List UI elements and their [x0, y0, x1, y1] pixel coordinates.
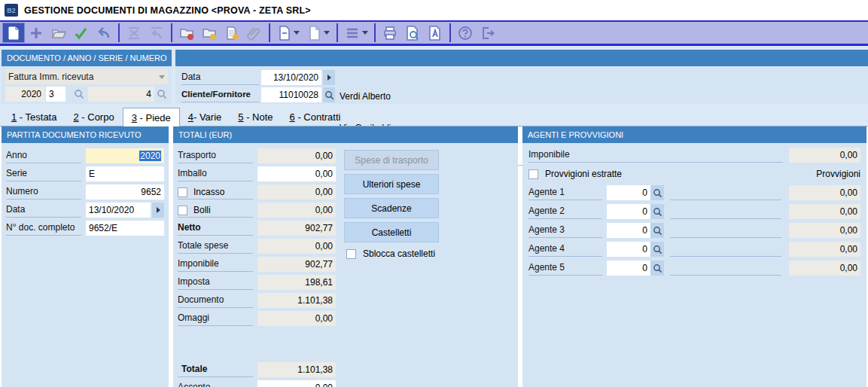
trasporto-field[interactable]: 0,00: [257, 148, 336, 163]
exit-button[interactable]: [477, 23, 499, 43]
sblocca-castelletti-label: Sblocca castelletti: [363, 248, 435, 259]
folder-yellow-dot-icon: [201, 25, 218, 41]
sblocca-castelletti-checkbox[interactable]: [346, 249, 356, 259]
serie-search-icon[interactable]: [74, 89, 84, 99]
castelletti-button[interactable]: Castelletti: [344, 222, 439, 242]
arrow-right-icon: [327, 75, 331, 81]
open-button[interactable]: [47, 23, 70, 43]
arrow-right-icon: [157, 207, 160, 213]
delete-x-icon: [126, 25, 142, 41]
omaggi-field: 0,00: [257, 311, 336, 326]
data-field[interactable]: 13/10/2020: [261, 70, 321, 85]
data-calendar-button[interactable]: [152, 203, 164, 218]
agente-2-name-field[interactable]: [670, 205, 781, 219]
doc-anno-field[interactable]: 2020: [5, 87, 44, 102]
window-titlebar: B2 GESTIONE DOCUMENTI DI MAGAZZINO <PROV…: [0, 0, 868, 20]
doc-serie-field[interactable]: 3: [46, 87, 65, 102]
ulteriori-spese-button[interactable]: Ulteriori spese: [344, 174, 439, 194]
agente-3-name-field[interactable]: [670, 224, 781, 238]
agente-3-code-field[interactable]: 0: [607, 223, 650, 238]
data-field[interactable]: 13/10/2020: [86, 203, 151, 218]
ndoc-field[interactable]: 9652/E: [86, 221, 164, 236]
imballo-field[interactable]: 0,00: [257, 166, 336, 181]
incasso-checkbox[interactable]: [178, 187, 187, 197]
agente-1-amount-field: 0,00: [789, 185, 860, 200]
agente-4-code-field[interactable]: 0: [607, 242, 650, 257]
cliente-search-button[interactable]: [323, 87, 335, 102]
agente-5-code-field[interactable]: 0: [607, 261, 650, 276]
doc-numero-field[interactable]: 4: [88, 87, 154, 102]
new-document-button[interactable]: [2, 23, 25, 43]
copy-document-button[interactable]: [303, 23, 333, 43]
spese-trasporto-button: Spese di trasporto: [344, 150, 439, 170]
import-red-button[interactable]: [175, 23, 198, 43]
bolli-checkbox[interactable]: [178, 206, 187, 215]
agente-4-name-field[interactable]: [670, 242, 781, 257]
acconto-field[interactable]: 0,00: [257, 380, 336, 387]
agente-1-code-field[interactable]: 0: [607, 185, 650, 200]
cliente-code-field[interactable]: 11010028: [261, 87, 321, 102]
export-document-button[interactable]: [273, 23, 303, 43]
import-yellow-button[interactable]: [198, 23, 221, 43]
app-icon: B2: [5, 4, 18, 17]
documento-field: 1.101,38: [257, 293, 336, 308]
tab-note[interactable]: 5 - Note: [230, 108, 281, 126]
serie-field[interactable]: E: [86, 166, 164, 181]
search-icon: [653, 245, 662, 254]
confirm-button[interactable]: [70, 23, 93, 43]
agente-1-search-button[interactable]: [650, 185, 664, 200]
ndoc-label: N° doc. completo: [6, 221, 81, 236]
document-type-combobox[interactable]: Fattura Imm. ricevuta: [5, 69, 168, 84]
new-document-icon: [5, 25, 22, 41]
document-info-header: [175, 50, 868, 66]
delete-button[interactable]: [123, 23, 145, 43]
agente-5-search-button[interactable]: [650, 261, 664, 276]
data-label: Data: [181, 71, 260, 85]
tab-varie[interactable]: 4- Varie: [180, 108, 230, 126]
help-button[interactable]: [454, 23, 477, 43]
dropdown-caret-icon[interactable]: [294, 31, 300, 35]
agente-2-search-button[interactable]: [650, 204, 664, 219]
toolbar-separator: [449, 23, 451, 42]
chevron-down-icon: [159, 75, 165, 79]
agente-5-label: Agente 5: [528, 261, 602, 276]
anno-field[interactable]: 2020: [86, 148, 164, 163]
pdf-export-button[interactable]: [424, 23, 446, 43]
numero-search-icon[interactable]: [157, 89, 167, 99]
incasso-field[interactable]: 0,00: [257, 184, 336, 200]
agenti-panel: AGENTI E PROVVIGIONI Imponibile 0,00 Pro…: [522, 126, 866, 387]
scadenze-button[interactable]: Scadenze: [344, 198, 439, 218]
agente-5-name-field[interactable]: [670, 261, 781, 276]
toolbar-separator: [171, 23, 172, 42]
document-note-button[interactable]: [221, 23, 243, 43]
dropdown-caret-icon[interactable]: [324, 31, 330, 35]
incasso-label: Incasso: [193, 187, 224, 197]
imballo-label: Imballo: [178, 167, 253, 181]
bolli-field[interactable]: 0,00: [257, 203, 336, 218]
provvigioni-estratte-checkbox[interactable]: [528, 169, 538, 179]
tab-testata[interactable]: 1 - Testata: [3, 108, 65, 126]
print-preview-button[interactable]: [401, 23, 424, 43]
agente-4-search-button[interactable]: [650, 242, 664, 257]
restore-button[interactable]: [145, 23, 168, 43]
numero-field[interactable]: 9652: [86, 184, 164, 200]
tab-piede[interactable]: 3 - Piede: [123, 108, 180, 126]
tab-contratti[interactable]: 6 - Contratti: [282, 108, 349, 126]
agente-2-amount-field: 0,00: [789, 204, 860, 219]
add-button[interactable]: [25, 23, 47, 43]
agente-1-label: Agente 1: [528, 186, 602, 200]
provvigioni-column-header: Provvigioni: [816, 169, 860, 179]
agente-1-name-field[interactable]: [670, 186, 781, 200]
print-button[interactable]: [379, 23, 401, 43]
agente-2-code-field[interactable]: 0: [607, 204, 650, 219]
data-label: Data: [6, 203, 81, 218]
search-icon: [653, 226, 662, 236]
dropdown-caret-icon[interactable]: [362, 31, 368, 35]
agente-3-search-button[interactable]: [650, 223, 664, 238]
undo-button[interactable]: [93, 23, 115, 43]
attachments-button[interactable]: [243, 23, 266, 43]
menu-button[interactable]: [341, 23, 371, 43]
tab-corpo[interactable]: 2 - Corpo: [65, 108, 122, 126]
totali-panel-header: TOTALI (EUR): [173, 126, 518, 143]
data-calendar-button[interactable]: [323, 70, 335, 85]
